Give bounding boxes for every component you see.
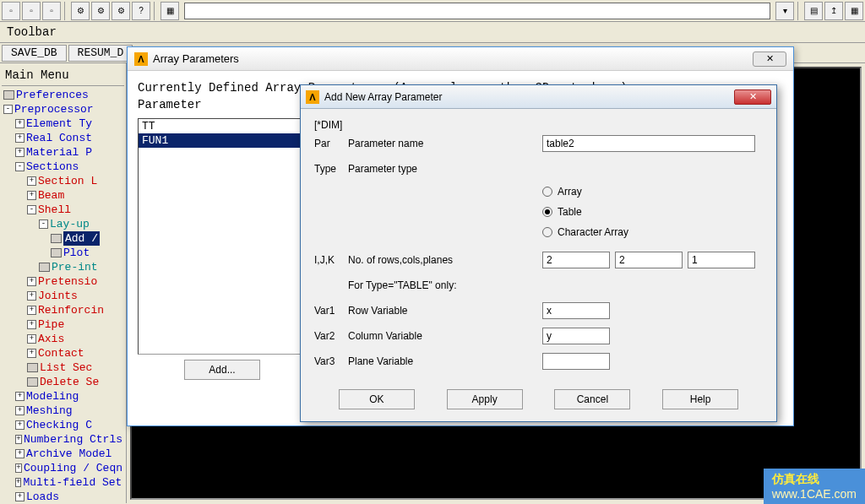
collapse-icon[interactable]: - [27, 205, 36, 214]
tb-btn-8[interactable]: ▦ [160, 2, 179, 20]
apply-button[interactable]: Apply [447, 389, 523, 409]
expand-icon[interactable]: + [27, 320, 36, 329]
tb-btn-10[interactable]: ↥ [824, 2, 843, 20]
tree-reinforcing[interactable]: +Reinforcin [3, 303, 122, 317]
tree-preprocessor[interactable]: -Preprocessor [3, 102, 122, 117]
list-item[interactable]: FUN1 [139, 133, 306, 148]
expand-icon[interactable]: + [27, 306, 36, 315]
tree-delete-sec[interactable]: Delete Se [3, 375, 122, 389]
add-button[interactable]: Add... [184, 360, 260, 380]
cols-input[interactable] [615, 252, 683, 268]
help-button[interactable]: Help [662, 389, 738, 409]
tb-btn-2[interactable]: ▫ [22, 2, 41, 20]
resum-db-button[interactable]: RESUM_D [68, 45, 133, 62]
tree-axis[interactable]: +Axis [3, 332, 122, 346]
tree-multifield[interactable]: +Multi-field Set Up [3, 475, 122, 490]
expand-icon[interactable]: + [27, 277, 36, 286]
collapse-icon[interactable]: - [15, 162, 24, 171]
tree-material-props[interactable]: +Material P [3, 145, 122, 160]
rows-input[interactable] [542, 252, 610, 268]
item-icon [51, 234, 62, 243]
tree-sections[interactable]: -Sections [3, 160, 122, 174]
parameter-name-input[interactable] [542, 135, 755, 152]
tree-meshing[interactable]: +Meshing [3, 404, 122, 418]
radio-table[interactable]: Table [542, 202, 763, 222]
expand-icon[interactable]: + [27, 176, 36, 186]
collapse-icon[interactable]: - [39, 219, 48, 229]
plane-variable-input[interactable] [542, 353, 610, 370]
tree-checking[interactable]: +Checking C [3, 418, 122, 432]
tb-btn-1[interactable]: ▫ [2, 2, 20, 20]
tree-numbering[interactable]: +Numbering Ctrls [3, 432, 122, 447]
tree-contact[interactable]: +Contact [3, 346, 122, 360]
tb-btn-6[interactable]: ⚙ [112, 2, 130, 20]
tree-shell[interactable]: -Shell [3, 203, 122, 217]
row-variable-input[interactable] [542, 302, 610, 319]
tree-preint[interactable]: Pre-int [3, 260, 122, 274]
app-icon: Λ [134, 52, 148, 66]
tree-beam[interactable]: +Beam [3, 188, 122, 203]
item-icon [39, 263, 50, 272]
expand-icon[interactable]: + [15, 392, 24, 401]
tb-dropdown-icon[interactable]: ▾ [775, 2, 794, 20]
expand-icon[interactable]: + [27, 349, 36, 358]
tree-section-lib[interactable]: +Section L [3, 174, 122, 188]
tb-btn-11[interactable]: ▦ [845, 2, 863, 20]
tb-btn-5[interactable]: ⚙ [91, 2, 110, 20]
tree-plot[interactable]: Plot [3, 246, 122, 260]
expand-icon[interactable]: + [15, 420, 24, 430]
collapse-icon[interactable]: - [3, 105, 13, 114]
expand-icon[interactable]: + [15, 435, 22, 444]
radio-array[interactable]: Array [542, 182, 763, 202]
item-icon [3, 90, 14, 100]
expand-icon[interactable]: + [15, 119, 24, 128]
var2-desc: Column Variable [348, 330, 542, 342]
tree-add[interactable]: Add / [3, 231, 122, 246]
save-db-button[interactable]: SAVE_DB [2, 45, 67, 62]
tree-archive[interactable]: +Archive Model [3, 447, 122, 461]
tree-modeling[interactable]: +Modeling [3, 389, 122, 404]
expand-icon[interactable]: + [15, 133, 24, 143]
dialog-titlebar[interactable]: Λ Add New Array Parameter ✕ [301, 85, 776, 109]
cancel-button[interactable]: Cancel [554, 389, 630, 409]
ok-button[interactable]: OK [339, 389, 415, 409]
expand-icon[interactable]: + [27, 334, 36, 344]
list-item[interactable]: TT [139, 119, 306, 133]
tb-btn-4[interactable]: ⚙ [71, 2, 90, 20]
column-variable-input[interactable] [542, 328, 610, 344]
item-icon [27, 377, 38, 387]
tree-element-type[interactable]: +Element Ty [3, 117, 122, 131]
expand-icon[interactable]: + [27, 191, 36, 200]
tree-real-const[interactable]: +Real Const [3, 131, 122, 145]
tree-pipe[interactable]: +Pipe [3, 317, 122, 332]
close-button[interactable]: ✕ [734, 89, 771, 105]
close-button[interactable]: ✕ [753, 51, 786, 67]
dialog-titlebar[interactable]: Λ Array Parameters ✕ [128, 47, 793, 71]
expand-icon[interactable]: + [15, 148, 24, 157]
tree-coupling[interactable]: +Coupling / Ceqn [3, 461, 122, 475]
app-icon: Λ [306, 90, 319, 104]
tree-preferences[interactable]: Preferences [3, 88, 122, 102]
main-menu-panel: Main Menu Preferences -Preprocessor +Ele… [0, 63, 127, 503]
parameter-list[interactable]: TT FUN1 [138, 118, 307, 355]
type-label: Type [314, 163, 348, 175]
radio-character-array[interactable]: Character Array [542, 222, 763, 242]
expand-icon[interactable]: + [15, 463, 22, 473]
expand-icon[interactable]: + [15, 478, 21, 487]
tree-pretension[interactable]: +Pretensio [3, 274, 122, 289]
tb-btn-7[interactable]: ? [132, 2, 150, 20]
tree-list-sec[interactable]: List Sec [3, 360, 122, 375]
expand-icon[interactable]: + [27, 291, 36, 301]
tree-layup[interactable]: -Lay-up [3, 217, 122, 231]
expand-icon[interactable]: + [15, 449, 24, 458]
tree-loads[interactable]: +Loads [3, 490, 122, 503]
tree-joints[interactable]: +Joints [3, 289, 122, 303]
planes-input[interactable] [688, 252, 755, 268]
expand-icon[interactable]: + [15, 492, 24, 501]
toolbar-separator [797, 2, 801, 20]
command-input[interactable] [184, 3, 770, 19]
radio-icon [542, 227, 552, 237]
tb-btn-9[interactable]: ▤ [804, 2, 823, 20]
tb-btn-3[interactable]: ▫ [42, 2, 61, 20]
expand-icon[interactable]: + [15, 406, 24, 415]
